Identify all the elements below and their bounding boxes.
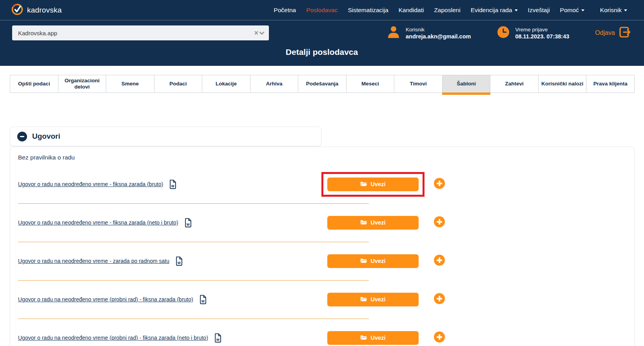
login-time-label: Vreme prijave: [515, 27, 569, 33]
contracts-panel-header[interactable]: Ugovori: [10, 127, 321, 146]
tab-pode-avanja[interactable]: Podešavanja: [298, 75, 346, 92]
logout-label: Odjava: [595, 29, 615, 36]
tab-korisni-ki-nalozi[interactable]: Korisnički nalozi: [539, 75, 587, 92]
red-highlight-box: Uvezi: [321, 287, 424, 312]
nav-item-korisnik[interactable]: Korisnik: [595, 4, 632, 17]
contracts-panel: Bez pravilnika o radu Ugovor o radu na n…: [10, 147, 635, 346]
tab-label: Lokacije: [216, 81, 237, 87]
x-icon[interactable]: ×: [253, 29, 259, 36]
login-time-info: Vreme prijave 08.11.2023. 07:38:43: [497, 25, 569, 40]
tab-label: Meseci: [361, 81, 379, 87]
contract-row: Ugovor o radu na neodređeno vreme - zara…: [18, 248, 626, 281]
red-highlight-box: Uvezi: [321, 172, 424, 197]
section-label: Bez pravilnika o radu: [18, 154, 626, 161]
nav-item-label: Izveštaji: [528, 7, 550, 14]
red-highlight-box: Uvezi: [321, 326, 424, 346]
word-document-icon[interactable]: w: [214, 333, 222, 343]
page-title: Detalji poslodavca: [12, 47, 631, 57]
tab-label: Šabloni: [457, 81, 476, 87]
import-button-label: Uvezi: [371, 296, 386, 303]
nav-item-zaposleni[interactable]: Zaposleni: [429, 4, 465, 17]
tab-zahtevi[interactable]: Zahtevi: [490, 75, 539, 92]
tab-label: Opšti podaci: [18, 81, 50, 87]
import-button[interactable]: Uvezi: [327, 293, 419, 306]
content-area: Ugovori Bez pravilnika o radu Ugovor o r…: [0, 127, 644, 346]
add-template-button[interactable]: [434, 255, 445, 266]
word-document-icon[interactable]: w: [175, 256, 183, 266]
clock-icon: [497, 25, 510, 40]
contract-row: Ugovor o radu na neodređeno vreme (probn…: [18, 287, 626, 319]
contract-row: Ugovor o radu na neodređeno vreme (probn…: [18, 325, 626, 346]
import-button-label: Uvezi: [371, 258, 386, 264]
word-document-icon[interactable]: w: [199, 295, 207, 304]
chevron-down-icon[interactable]: [259, 29, 265, 36]
chevron-down-icon: [581, 9, 584, 11]
svg-text:w: w: [216, 337, 220, 341]
add-template-button[interactable]: [434, 332, 445, 342]
contract-template-link[interactable]: Ugovor o radu na neodređeno vreme - fiks…: [18, 219, 178, 226]
contracts-panel-title: Ugovori: [32, 132, 60, 141]
import-button[interactable]: Uvezi: [327, 178, 419, 191]
nav-item-pomo[interactable]: Pomoć: [555, 4, 590, 17]
login-time-value: 08.11.2023. 07:38:43: [515, 33, 569, 40]
nav-item-evidencija-rada[interactable]: Evidencija rada: [466, 4, 523, 17]
tab-smene[interactable]: Smene: [106, 75, 154, 92]
tab-op-ti-podaci[interactable]: Opšti podaci: [10, 75, 58, 92]
brand[interactable]: kadrovska: [11, 3, 62, 17]
user-label: Korisnik: [406, 27, 471, 33]
row-separator: [18, 319, 369, 319]
add-template-button[interactable]: [434, 216, 445, 227]
tab-label: Smene: [122, 81, 139, 87]
word-document-icon[interactable]: w: [169, 179, 177, 189]
brand-name: kadrovska: [27, 6, 62, 14]
person-icon: [386, 25, 401, 41]
nav-item-sistematizacija[interactable]: Sistematizacija: [343, 4, 393, 17]
import-button[interactable]: Uvezi: [327, 254, 419, 268]
word-document-icon[interactable]: w: [184, 218, 192, 228]
nav-item-label: Sistematizacija: [348, 7, 388, 14]
tab-prava-klijenta[interactable]: Prava klijenta: [586, 75, 635, 92]
folder-open-icon: [360, 258, 367, 264]
nav-item-poslodavac[interactable]: Poslodavac: [301, 4, 343, 17]
minus-circle-icon[interactable]: [17, 132, 27, 141]
tab-label: Podešavanja: [306, 81, 339, 87]
logout-button[interactable]: Odjava: [595, 26, 631, 40]
top-navbar: kadrovska Početna Poslodavac Sistematiza…: [0, 0, 644, 20]
svg-text:w: w: [177, 260, 181, 264]
contract-row: Ugovor o radu na neodređeno vreme - fiks…: [18, 172, 626, 204]
contract-template-link[interactable]: Ugovor o radu na neodređeno vreme - zara…: [18, 258, 169, 264]
folder-open-icon: [360, 335, 367, 341]
add-template-button[interactable]: [434, 293, 445, 304]
folder-open-icon: [360, 219, 367, 226]
row-separator: [18, 203, 369, 204]
import-button[interactable]: Uvezi: [327, 331, 419, 345]
tab-meseci[interactable]: Meseci: [346, 75, 395, 92]
checkmark-circle-icon: [11, 3, 24, 17]
tab-podaci[interactable]: Podaci: [154, 75, 203, 92]
tab-arhiva[interactable]: Arhiva: [250, 75, 299, 92]
company-select[interactable]: Kadrovska.app ×: [12, 25, 269, 40]
contract-template-link[interactable]: Ugovor o radu na neodređeno vreme (probn…: [18, 335, 208, 341]
import-button[interactable]: Uvezi: [327, 216, 419, 230]
tab-label: Organizacioni delovi: [61, 78, 104, 90]
company-select-value: Kadrovska.app: [18, 30, 253, 36]
tab-timovi[interactable]: Timovi: [394, 75, 443, 92]
svg-text:w: w: [171, 183, 175, 188]
user-email: andreja.akn@gmail.com: [406, 33, 471, 40]
add-template-button[interactable]: [434, 178, 445, 189]
tab-organizacioni-delovi[interactable]: Organizacioni delovi: [58, 75, 107, 92]
main-navigation: Početna Poslodavac Sistematizacija Kandi…: [268, 4, 632, 17]
contract-template-link[interactable]: Ugovor o radu na neodređeno vreme (probn…: [18, 296, 193, 303]
nav-item-izve-taji[interactable]: Izveštaji: [523, 4, 555, 17]
user-info: Korisnik andreja.akn@gmail.com: [386, 25, 471, 41]
nav-item-po-etna[interactable]: Početna: [268, 4, 301, 17]
folder-open-icon: [360, 296, 367, 303]
tab-lokacije[interactable]: Lokacije: [202, 75, 250, 92]
contract-template-link[interactable]: Ugovor o radu na neodređeno vreme - fiks…: [18, 181, 163, 187]
contract-row: Ugovor o radu na neodređeno vreme - fiks…: [18, 210, 626, 242]
nav-item-kandidati[interactable]: Kandidati: [394, 4, 429, 17]
import-button-label: Uvezi: [371, 219, 386, 226]
nav-item-label: Početna: [274, 7, 296, 14]
tab-abloni[interactable]: Šabloni: [443, 75, 491, 92]
svg-text:w: w: [201, 299, 205, 303]
